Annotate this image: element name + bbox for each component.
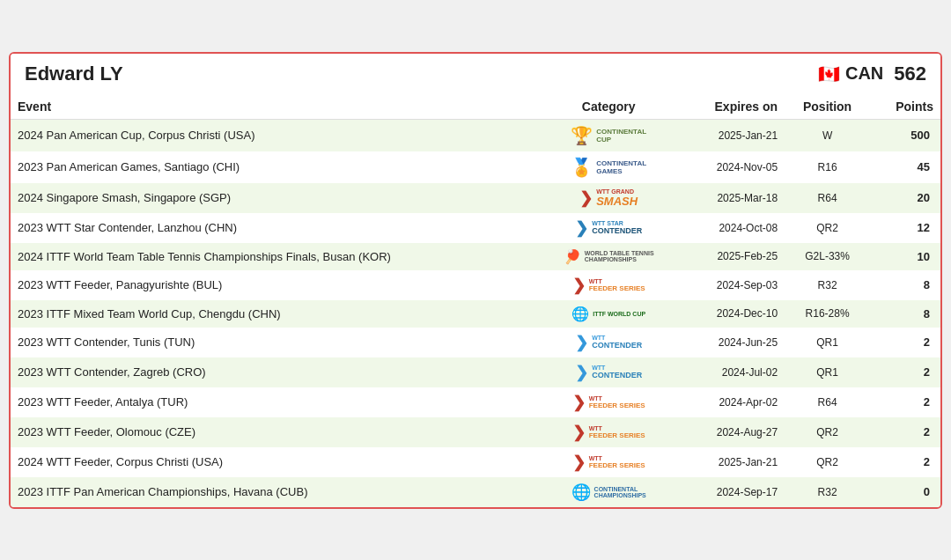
points-cell: 2	[870, 447, 940, 477]
category-cell: ❯WTTFEEDER SERIES	[537, 417, 680, 447]
table-row: 2024 ITTF World Team Table Tennis Champi…	[11, 243, 940, 270]
header-right: 🇨🇦 CAN 562	[818, 63, 926, 85]
expires-cell: 2025-Feb-25	[680, 243, 785, 270]
table-row: 2023 ITTF Mixed Team World Cup, Chengdu …	[11, 300, 940, 328]
category-cell: 🌐ITTF WORLD CUP	[537, 300, 680, 328]
table-row: 2023 WTT Contender, Zagreb (CRO) ❯WTTCON…	[11, 357, 940, 387]
position-cell: W	[785, 119, 870, 151]
points-cell: 12	[870, 213, 940, 243]
table-row: 2024 Singapore Smash, Singapore (SGP) ❯W…	[11, 183, 940, 213]
category-cell: 🌐CONTINENTALCHAMPIONSHIPS	[537, 477, 680, 507]
col-event: Event	[11, 94, 537, 120]
expires-cell: 2024-Oct-08	[680, 213, 785, 243]
event-cell: 2023 WTT Feeder, Olomouc (CZE)	[11, 417, 537, 447]
points-cell: 0	[870, 477, 940, 507]
expires-cell: 2024-Sep-03	[680, 270, 785, 300]
points-cell: 2	[870, 328, 940, 357]
expires-cell: 2025-Mar-18	[680, 183, 785, 213]
position-cell: QR1	[785, 328, 870, 357]
expires-cell: 2024-Sep-17	[680, 477, 785, 507]
position-cell: R64	[785, 387, 870, 417]
expires-cell: 2025-Jan-21	[680, 119, 785, 151]
category-cell: 🏆CONTINENTALCUP	[537, 119, 680, 151]
header: Edward LY 🇨🇦 CAN 562	[11, 54, 940, 94]
results-table: Event Category Expires on Position Point…	[11, 94, 940, 507]
expires-cell: 2024-Aug-27	[680, 417, 785, 447]
position-cell: G2L-33%	[785, 243, 870, 270]
points-cell: 8	[870, 270, 940, 300]
player-name: Edward LY	[25, 63, 123, 85]
expires-cell: 2024-Apr-02	[680, 387, 785, 417]
position-cell: R16	[785, 151, 870, 183]
total-points: 562	[894, 63, 926, 85]
position-cell: QR2	[785, 213, 870, 243]
event-cell: 2024 ITTF World Team Table Tennis Champi…	[11, 243, 537, 270]
position-cell: QR2	[785, 447, 870, 477]
table-header-row: Event Category Expires on Position Point…	[11, 94, 940, 120]
table-row: 2023 WTT Contender, Tunis (TUN) ❯WTTCONT…	[11, 328, 940, 357]
col-position: Position	[785, 94, 870, 120]
event-cell: 2023 WTT Star Contender, Lanzhou (CHN)	[11, 213, 537, 243]
table-row: 2023 WTT Feeder, Panagyurishte (BUL) ❯WT…	[11, 270, 940, 300]
category-cell: ❯WTT STARCONTENDER	[537, 213, 680, 243]
position-cell: R64	[785, 183, 870, 213]
expires-cell: 2025-Jan-21	[680, 447, 785, 477]
event-cell: 2023 WTT Contender, Zagreb (CRO)	[11, 357, 537, 387]
table-row: 2024 Pan American Cup, Corpus Christi (U…	[11, 119, 940, 151]
main-card: Edward LY 🇨🇦 CAN 562 Event Category Expi…	[9, 52, 942, 509]
category-cell: 🏓WORLD TABLE TENNISCHAMPIONSHIPS	[537, 243, 680, 270]
country-info: 🇨🇦 CAN	[818, 63, 883, 85]
category-cell: ❯WTTCONTENDER	[537, 357, 680, 387]
position-cell: R32	[785, 270, 870, 300]
col-category: Category	[537, 94, 680, 120]
table-row: 2023 WTT Feeder, Antalya (TUR) ❯WTTFEEDE…	[11, 387, 940, 417]
position-cell: R16-28%	[785, 300, 870, 328]
table-row: 2024 WTT Feeder, Corpus Christi (USA) ❯W…	[11, 447, 940, 477]
category-cell: ❯WTT GRANDSMASH	[537, 183, 680, 213]
category-cell: ❯WTTCONTENDER	[537, 328, 680, 357]
table-row: 2023 ITTF Pan American Championships, Ha…	[11, 477, 940, 507]
event-cell: 2023 ITTF Pan American Championships, Ha…	[11, 477, 537, 507]
position-cell: R32	[785, 477, 870, 507]
event-cell: 2024 WTT Feeder, Corpus Christi (USA)	[11, 447, 537, 477]
points-cell: 20	[870, 183, 940, 213]
country-code: CAN	[845, 63, 883, 84]
event-cell: 2024 Singapore Smash, Singapore (SGP)	[11, 183, 537, 213]
table-row: 2023 WTT Star Contender, Lanzhou (CHN) ❯…	[11, 213, 940, 243]
event-cell: 2023 WTT Feeder, Panagyurishte (BUL)	[11, 270, 537, 300]
event-cell: 2023 ITTF Mixed Team World Cup, Chengdu …	[11, 300, 537, 328]
col-points: Points	[870, 94, 940, 120]
flag-icon: 🇨🇦	[818, 63, 840, 85]
category-cell: ❯WTTFEEDER SERIES	[537, 447, 680, 477]
position-cell: QR1	[785, 357, 870, 387]
event-cell: 2024 Pan American Cup, Corpus Christi (U…	[11, 119, 537, 151]
expires-cell: 2024-Jul-02	[680, 357, 785, 387]
points-cell: 45	[870, 151, 940, 183]
table-row: 2023 Pan American Games, Santiago (CHI) …	[11, 151, 940, 183]
expires-cell: 2024-Jun-25	[680, 328, 785, 357]
category-cell: ❯WTTFEEDER SERIES	[537, 270, 680, 300]
expires-cell: 2024-Dec-10	[680, 300, 785, 328]
points-cell: 2	[870, 357, 940, 387]
points-cell: 8	[870, 300, 940, 328]
table-row: 2023 WTT Feeder, Olomouc (CZE) ❯WTTFEEDE…	[11, 417, 940, 447]
event-cell: 2023 WTT Contender, Tunis (TUN)	[11, 328, 537, 357]
event-cell: 2023 Pan American Games, Santiago (CHI)	[11, 151, 537, 183]
category-cell: ❯WTTFEEDER SERIES	[537, 387, 680, 417]
points-cell: 10	[870, 243, 940, 270]
expires-cell: 2024-Nov-05	[680, 151, 785, 183]
event-cell: 2023 WTT Feeder, Antalya (TUR)	[11, 387, 537, 417]
points-cell: 2	[870, 387, 940, 417]
col-expires: Expires on	[680, 94, 785, 120]
points-cell: 500	[870, 119, 940, 151]
category-cell: 🏅CONTINENTALGAMES	[537, 151, 680, 183]
position-cell: QR2	[785, 417, 870, 447]
points-cell: 2	[870, 417, 940, 447]
